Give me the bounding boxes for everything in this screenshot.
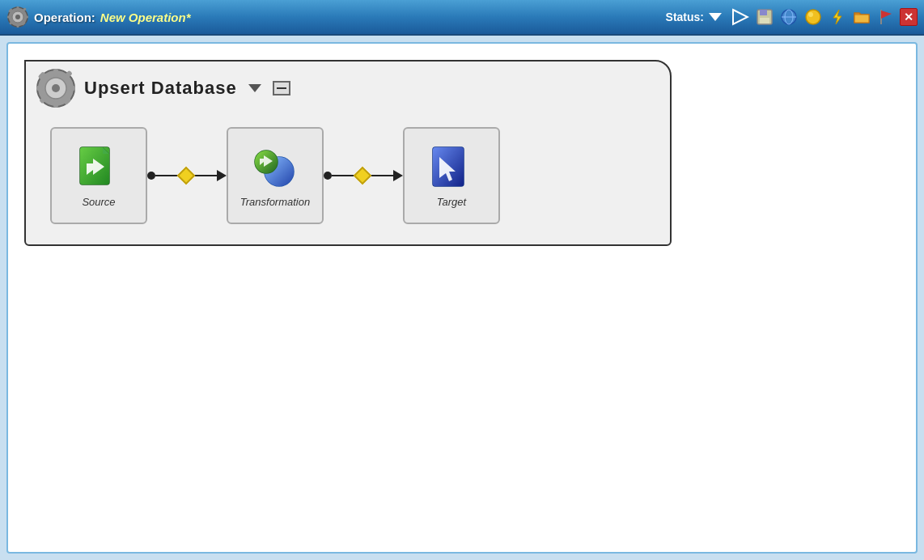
svg-marker-20 — [833, 10, 841, 24]
floppy-disk-icon[interactable] — [754, 6, 775, 28]
svg-rect-30 — [68, 86, 75, 91]
svg-point-18 — [806, 10, 820, 24]
diamond-2 — [354, 167, 372, 185]
connector-2 — [324, 169, 403, 182]
title-bar-left: Operation: New Operation* — [6, 6, 666, 28]
status-label: Status: — [666, 11, 704, 23]
pipeline-collapse-button[interactable] — [273, 81, 290, 95]
pipeline-gear-icon — [36, 68, 76, 108]
flow-area: Source — [26, 115, 670, 244]
source-icon — [75, 144, 122, 191]
transformation-icon — [252, 144, 299, 191]
triangle-tool-icon[interactable] — [730, 6, 751, 28]
target-label: Target — [437, 196, 466, 208]
svg-rect-21 — [854, 15, 869, 23]
lightning-icon[interactable] — [827, 6, 848, 28]
svg-rect-29 — [36, 86, 44, 91]
close-button[interactable]: ✕ — [900, 8, 918, 26]
main-canvas: Upsert Database — [6, 42, 918, 554]
status-area: Status: — [666, 11, 722, 23]
svg-rect-28 — [53, 100, 58, 108]
line-1b — [193, 175, 217, 176]
svg-rect-13 — [760, 10, 767, 15]
connector-dot-1 — [147, 172, 155, 180]
arrow-2 — [393, 170, 403, 181]
line-2b — [369, 175, 393, 176]
svg-rect-14 — [760, 18, 769, 23]
transformation-node[interactable]: Transformation — [227, 127, 324, 224]
source-node[interactable]: Source — [50, 127, 147, 224]
operation-name: New Operation* — [100, 11, 191, 24]
operation-label: Operation: — [34, 11, 95, 24]
svg-rect-6 — [24, 16, 28, 19]
svg-rect-5 — [7, 16, 11, 19]
pipeline-dropdown[interactable] — [248, 84, 261, 92]
folder-icon[interactable] — [851, 6, 872, 28]
target-node[interactable]: Target — [403, 127, 500, 224]
svg-marker-11 — [733, 10, 748, 24]
yellow-ball-icon[interactable] — [803, 6, 824, 28]
globe-icon[interactable] — [778, 6, 799, 28]
svg-rect-27 — [53, 69, 58, 76]
pipeline-container: Upsert Database — [24, 60, 672, 246]
arrow-1 — [217, 170, 227, 181]
diamond-1 — [177, 167, 196, 185]
source-label: Source — [82, 196, 115, 208]
svg-point-26 — [52, 84, 60, 92]
connector-1 — [147, 169, 227, 182]
connector-dot-2 — [324, 172, 332, 180]
transformation-label: Transformation — [240, 196, 310, 208]
target-icon — [428, 144, 475, 191]
svg-point-2 — [15, 15, 20, 19]
svg-marker-23 — [881, 11, 892, 19]
svg-rect-3 — [17, 6, 19, 11]
svg-rect-4 — [17, 23, 19, 28]
status-dropdown[interactable] — [709, 13, 722, 21]
title-gear-icon — [6, 6, 29, 28]
title-bar: Operation: New Operation* Status: — [0, 0, 924, 36]
pipeline-header: Upsert Database — [26, 62, 670, 115]
toolbar: ✕ — [730, 6, 918, 28]
pipeline-title: Upsert Database — [84, 78, 237, 99]
collapse-line-icon — [277, 87, 286, 89]
flag-icon[interactable] — [875, 6, 896, 28]
svg-point-19 — [808, 12, 813, 17]
